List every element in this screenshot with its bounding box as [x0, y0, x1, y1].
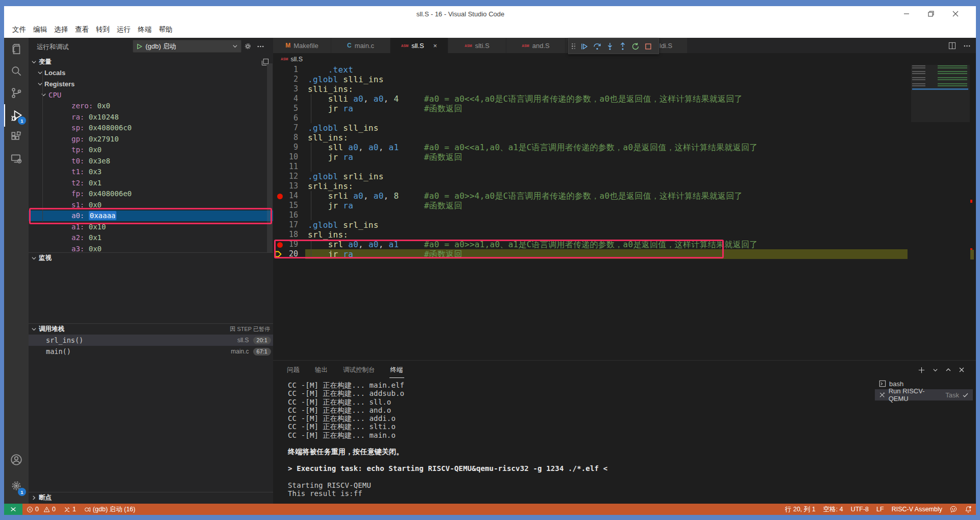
code-line-13[interactable]: 13srli_ins:: [273, 181, 976, 191]
remote-indicator[interactable]: [4, 504, 22, 515]
notifications-bell-icon[interactable]: [965, 506, 972, 513]
maximize-panel-icon[interactable]: [945, 367, 951, 373]
register-row-gp[interactable]: gp: 0x27910: [29, 133, 273, 145]
source-control-icon[interactable]: [4, 82, 29, 104]
code-line-17[interactable]: 17.globl srl_ins: [273, 220, 976, 230]
menu-item[interactable]: 选择: [51, 23, 71, 36]
status-item[interactable]: LF: [876, 506, 884, 513]
menu-item[interactable]: 文件: [9, 23, 30, 36]
editor-more-actions-icon[interactable]: [963, 42, 971, 50]
panel-tab-调试控制台[interactable]: 调试控制台: [342, 362, 376, 378]
status-item[interactable]: UTF-8: [851, 506, 869, 513]
status-item[interactable]: 行 20, 列 1: [785, 505, 816, 514]
panel-tab-问题[interactable]: 问题: [286, 362, 301, 378]
register-row-tp[interactable]: tp: 0x0: [29, 145, 273, 156]
remote-explorer-icon[interactable]: [4, 148, 29, 170]
tab-sll.S[interactable]: ASMsll.S×: [390, 38, 448, 53]
code-line-6[interactable]: 6: [273, 113, 976, 123]
menu-item[interactable]: 运行: [113, 23, 134, 36]
register-row-t0[interactable]: t0: 0x3e8: [29, 155, 273, 167]
register-row-fp[interactable]: fp: 0x408006e0: [29, 188, 273, 200]
code-line-1[interactable]: 1 .text: [273, 65, 976, 75]
launch-config-dropdown[interactable]: (gdb) 启动: [133, 40, 241, 53]
continue-button[interactable]: [578, 40, 591, 53]
feedback-icon[interactable]: [950, 506, 957, 513]
minimap[interactable]: [911, 65, 970, 131]
toolbar-drag-handle[interactable]: [572, 43, 575, 50]
code-line-2[interactable]: 2.globl slli_ins: [273, 75, 976, 84]
terminal-list-item[interactable]: Run RISCV-QEMUTask: [875, 389, 973, 400]
panel-tab-终端[interactable]: 终端: [389, 362, 404, 378]
code-line-4[interactable]: 4 slli a0, a0, 4 #a0 = a0<<4,a0是C语言调用者传递…: [273, 94, 976, 104]
watch-section-header[interactable]: 监视: [29, 252, 273, 264]
terminal-output[interactable]: CC -[M] 正在构建... main.elfCC -[M] 正在构建... …: [288, 381, 607, 498]
close-button[interactable]: [944, 6, 967, 21]
code-line-3[interactable]: 3slli_ins:: [273, 84, 976, 94]
panel-tab-输出[interactable]: 输出: [314, 362, 329, 378]
new-terminal-icon[interactable]: [918, 366, 925, 374]
restart-button[interactable]: [629, 40, 642, 53]
stop-button[interactable]: [642, 40, 654, 53]
scope-row[interactable]: Locals: [29, 67, 273, 79]
problems-status[interactable]: 0 0: [27, 506, 56, 513]
close-tab-icon[interactable]: ×: [433, 42, 437, 50]
register-row-sp[interactable]: sp: 0x408006c0: [29, 123, 273, 134]
tab-and.S[interactable]: ASMand.S: [506, 38, 566, 53]
code-line-9[interactable]: 9 sll a0, a0, a1 #a0 = a0<<a1,a0、a1是C语言调…: [273, 143, 976, 152]
code-line-14[interactable]: 14 srli a0, a0, 8 #a0 = a0>>4,a0是C语言调用者传…: [273, 191, 976, 201]
variables-section-header[interactable]: 变量: [29, 56, 273, 67]
register-row-a3[interactable]: a3: 0x0: [29, 243, 273, 252]
tools-status[interactable]: 1: [64, 506, 76, 513]
register-row-t2[interactable]: t2: 0x1: [29, 177, 273, 188]
sidebar-scrollbar[interactable]: [267, 63, 273, 252]
code-line-18[interactable]: 18srl_ins:: [273, 230, 976, 240]
overview-ruler[interactable]: [970, 65, 976, 360]
breakpoints-section-header[interactable]: 断点: [29, 492, 273, 503]
code-line-20[interactable]: 20 jr ra #函数返回: [273, 249, 976, 259]
more-actions-icon[interactable]: [257, 42, 264, 50]
register-row-t1[interactable]: t1: 0x3: [29, 167, 273, 178]
code-line-12[interactable]: 12.globl srli_ins: [273, 172, 976, 181]
code-line-8[interactable]: 8sll_ins:: [273, 133, 976, 143]
editor-code-area[interactable]: 1 .text2.globl slli_ins3slli_ins:4 slli …: [273, 65, 976, 360]
register-row-a0[interactable]: a0: 0xaaaa: [29, 210, 273, 222]
status-item[interactable]: 空格: 4: [823, 505, 843, 514]
maximize-button[interactable]: [920, 6, 942, 21]
split-editor-icon[interactable]: [948, 42, 956, 50]
code-line-10[interactable]: 10 jr ra #函数返回: [273, 152, 976, 162]
callstack-frame[interactable]: main()main.c67:1: [29, 346, 273, 357]
close-panel-icon[interactable]: [959, 367, 965, 373]
menu-item[interactable]: 终端: [134, 23, 155, 36]
terminal-dropdown-icon[interactable]: [933, 367, 938, 373]
register-row-ra[interactable]: ra: 0x10248: [29, 111, 273, 123]
code-line-11[interactable]: 11: [273, 162, 976, 172]
account-icon[interactable]: [4, 448, 29, 471]
callstack-frame[interactable]: srl_ins()sll.S20:1: [29, 335, 273, 346]
menu-item[interactable]: 帮助: [155, 23, 176, 36]
menu-item[interactable]: 编辑: [30, 23, 51, 36]
breadcrumb[interactable]: ASM sll.S: [273, 53, 976, 65]
callstack-section-header[interactable]: 调用堆栈 因 STEP 已暂停: [29, 323, 273, 335]
register-row-a2[interactable]: a2: 0x1: [29, 232, 273, 244]
register-row-s1[interactable]: s1: 0x0: [29, 199, 273, 210]
explorer-icon[interactable]: [4, 38, 29, 60]
code-line-7[interactable]: 7.globl sll_ins: [273, 123, 976, 133]
debug-settings-gear-icon[interactable]: [244, 42, 252, 50]
register-row-zero[interactable]: zero: 0x0: [29, 101, 273, 112]
menu-item[interactable]: 转到: [92, 23, 113, 36]
tab-main.c[interactable]: Cmain.c: [331, 38, 390, 53]
code-line-16[interactable]: 16: [273, 210, 976, 220]
debug-session-status[interactable]: (gdb) 启动 (16): [84, 505, 135, 514]
code-line-19[interactable]: 19 srl a0, a0, a1 #a0 = a0>>a1,a0、a1是C语言…: [273, 240, 976, 249]
register-row-a1[interactable]: a1: 0x10: [29, 221, 273, 232]
status-item[interactable]: RISC-V Assembly: [892, 506, 942, 513]
cpu-scope-row[interactable]: CPU: [29, 89, 273, 101]
extensions-icon[interactable]: [4, 126, 29, 148]
code-line-5[interactable]: 5 jr ra #函数返回: [273, 104, 976, 113]
search-icon[interactable]: [4, 60, 29, 82]
menu-item[interactable]: 查看: [71, 23, 92, 36]
tab-slti.S[interactable]: ASMslti.S: [448, 38, 506, 53]
tab-Makefile[interactable]: MMakefile: [273, 38, 331, 53]
step-over-button[interactable]: [591, 40, 603, 53]
code-line-15[interactable]: 15 jr ra #函数返回: [273, 201, 976, 210]
